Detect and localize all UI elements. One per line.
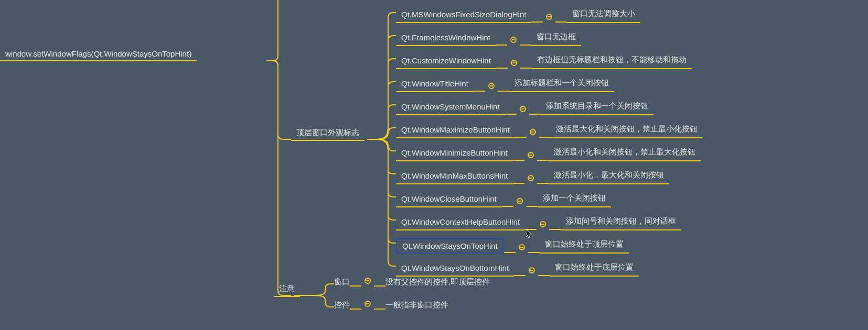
connector: [496, 45, 507, 46]
connector: [505, 114, 517, 115]
collapse-icon[interactable]: [365, 301, 371, 307]
connector: [537, 160, 549, 161]
note-desc: 没有父控件的控件,即顶层控件: [385, 277, 490, 287]
connector: [350, 309, 361, 310]
connector: [350, 285, 361, 287]
collapse-icon[interactable]: [517, 198, 523, 204]
category-label: 注意: [279, 284, 295, 293]
flag-name: Qt.WindowTitleHint: [396, 77, 474, 92]
flag-desc: 激活最小化，最大化和关闭按钮: [549, 168, 669, 184]
collapse-icon[interactable]: [511, 60, 517, 66]
collapse-icon[interactable]: [488, 83, 495, 89]
collapse-icon[interactable]: [510, 37, 517, 43]
connector: [498, 91, 509, 92]
note-name: 窗口: [334, 277, 350, 287]
flag-row[interactable]: Qt.MSWindowsFixedSizeDialogHint 窗口无法调整大小: [396, 0, 703, 23]
flag-row[interactable]: Qt.FramelessWindowHint 窗口无边框: [396, 23, 703, 46]
flag-name: Qt.WindowMinimizeButtonHint: [396, 146, 513, 161]
flag-desc: 窗口始终处于底层位置: [550, 260, 639, 277]
connector: [528, 252, 540, 253]
note-name: 控件: [334, 300, 350, 310]
flag-desc: 窗口始终处于顶层位置: [540, 237, 629, 254]
connector: [525, 229, 537, 230]
connector: [526, 206, 538, 207]
flag-name: Qt.MSWindowsFixedSizeDialogHint: [396, 8, 531, 23]
flag-desc: 窗口无法调整大小: [567, 7, 640, 23]
flag-desc: 窗口无边框: [531, 30, 581, 46]
flag-row[interactable]: Qt.WindowMinimizeButtonHint 激活最小化和关闭按钮，禁…: [396, 138, 703, 161]
connector: [374, 309, 385, 310]
flag-row[interactable]: Qt.WindowMinMaxButtonsHint 激活最小化，最大化和关闭按…: [396, 161, 703, 184]
connector: [520, 68, 532, 69]
flag-name: Qt.WindowContextHelpButtonHint: [396, 215, 525, 230]
connector: [496, 68, 508, 69]
flag-name: Qt.WindowMinMaxButtonsHint: [396, 169, 513, 184]
collapse-icon[interactable]: [528, 152, 534, 158]
root-label: window.setWindowFlags(Qt.WindowStaysOnTo…: [5, 49, 191, 58]
note-row[interactable]: 控件 一般指非窗口控件: [334, 287, 490, 310]
collapse-icon[interactable]: [546, 14, 552, 20]
flag-name: Qt.WindowStaysOnTopHint: [396, 238, 504, 254]
flag-desc: 添加系统目录和一个关闭按钮: [541, 99, 653, 115]
collapse-icon[interactable]: [530, 129, 536, 135]
root-node[interactable]: window.setWindowFlags(Qt.WindowStaysOnTo…: [0, 47, 197, 61]
flag-desc: 添加一个关闭按钮: [538, 191, 611, 207]
connector: [513, 160, 524, 161]
notes-list: 窗口 没有父控件的控件,即顶层控件 控件 一般指非窗口控件: [334, 264, 490, 310]
connector: [513, 183, 524, 184]
connector: [529, 114, 541, 115]
flag-desc: 激活最大化和关闭按钮，禁止最小化按钮: [551, 122, 703, 138]
category-label: 顶层窗口外观标志: [296, 128, 359, 137]
collapse-icon[interactable]: [519, 244, 525, 250]
flag-row[interactable]: Qt.CustomizeWindowHint 有边框但无标题栏和按钮，不能移动和…: [396, 46, 703, 69]
connector: [514, 275, 526, 276]
connector: [502, 206, 513, 207]
collapse-icon[interactable]: [529, 267, 535, 273]
flag-row[interactable]: Qt.WindowCloseButtonHint 添加一个关闭按钮: [396, 184, 703, 207]
connector: [374, 285, 385, 287]
flags-list: Qt.MSWindowsFixedSizeDialogHint 窗口无法调整大小…: [396, 0, 703, 277]
flag-row[interactable]: Qt.WindowSystemMenuHint 添加系统目录和一个关闭按钮: [396, 92, 703, 115]
connector: [539, 137, 551, 138]
flag-name: Qt.FramelessWindowHint: [396, 31, 496, 46]
note-desc: 一般指非窗口控件: [385, 300, 448, 310]
flag-desc: 激活最小化和关闭按钮，禁止最大化按钮: [549, 145, 701, 161]
connector: [538, 275, 550, 276]
flag-name: Qt.WindowSystemMenuHint: [396, 100, 505, 115]
connector: [549, 229, 561, 230]
connector: [531, 21, 543, 23]
flag-name: Qt.WindowMaximizeButtonHint: [396, 123, 515, 138]
flag-name: Qt.WindowCloseButtonHint: [396, 192, 502, 207]
flag-row[interactable]: Qt.WindowContextHelpButtonHint 添加问号和关闭按钮…: [396, 207, 703, 230]
flag-name: Qt.CustomizeWindowHint: [396, 54, 496, 69]
category-topflags[interactable]: 顶层窗口外观标志: [291, 126, 365, 141]
flag-desc: 有边框但无标题栏和按钮，不能移动和拖动: [532, 53, 692, 69]
connector: [555, 21, 567, 23]
collapse-icon[interactable]: [528, 175, 534, 181]
flag-row[interactable]: Qt.WindowMaximizeButtonHint 激活最大化和关闭按钮，禁…: [396, 115, 703, 138]
connector: [520, 45, 531, 46]
connector: [474, 91, 485, 92]
collapse-icon[interactable]: [520, 106, 526, 112]
collapse-icon[interactable]: [365, 278, 371, 284]
flag-row[interactable]: Qt.WindowTitleHint 添加标题栏和一个关闭按钮: [396, 69, 703, 92]
collapse-icon[interactable]: [540, 221, 546, 227]
connector: [504, 252, 516, 253]
flag-desc: 添加问号和关闭按钮，同对话框: [561, 214, 681, 230]
connector: [537, 183, 549, 184]
note-row[interactable]: 窗口 没有父控件的控件,即顶层控件: [334, 264, 490, 287]
connector: [515, 137, 527, 138]
flag-desc: 添加标题栏和一个关闭按钮: [509, 76, 614, 92]
category-notes[interactable]: 注意: [274, 282, 300, 297]
flag-row-selected[interactable]: Qt.WindowStaysOnTopHint 窗口始终处于顶层位置: [396, 230, 703, 254]
